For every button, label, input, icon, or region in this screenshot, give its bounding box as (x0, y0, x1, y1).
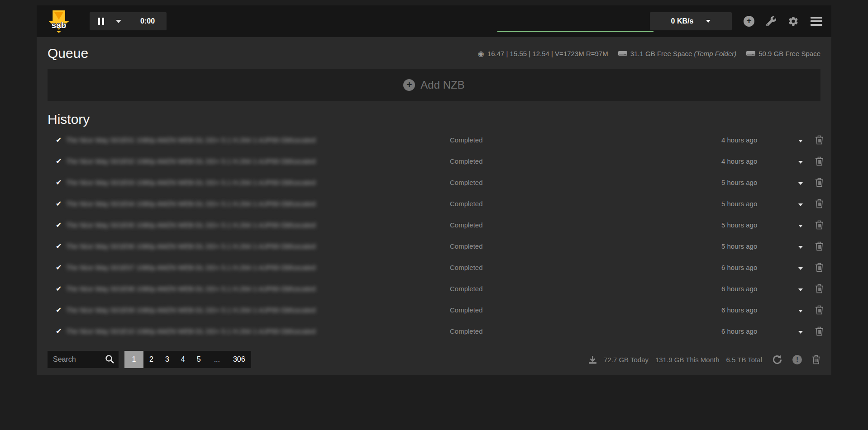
delete-row-button[interactable] (815, 178, 824, 187)
row-actions-dropdown[interactable] (798, 200, 807, 208)
queue-header: Queue ◉ 16.47 | 15.55 | 12.54 | V=1723M … (37, 43, 831, 63)
alert-circle-icon: ! (792, 355, 802, 364)
history-item-status: Completed (450, 136, 586, 144)
history-item-age: 4 hours ago (721, 157, 771, 165)
history-item-name[interactable]: The Nice Way S01E04 1080p AMZN WEB-DL DD… (66, 200, 358, 208)
check-icon: ✔ (56, 157, 66, 165)
history-item-status: Completed (450, 306, 586, 314)
gear-icon[interactable] (788, 16, 799, 27)
footer-stats: 72.7 GB Today 131.9 GB This Month 6.5 TB… (588, 354, 820, 365)
add-nzb-dropzone[interactable]: + Add NZB (48, 69, 820, 101)
row-actions-dropdown[interactable] (798, 242, 807, 250)
history-footer: 12345...306 72.7 GB Today 131.9 GB This … (37, 351, 831, 368)
delete-row-button[interactable] (815, 220, 824, 230)
delete-row-button[interactable] (815, 199, 824, 208)
delete-row-button[interactable] (815, 284, 824, 293)
target-icon: ◉ (478, 49, 484, 58)
speed-limit-dropdown[interactable]: 0 KB/s (650, 12, 732, 30)
alert-button[interactable]: ! (792, 355, 802, 364)
speed-value: 0 KB/s (671, 17, 694, 25)
history-item-name[interactable]: The Nice Way S01E01 1080p AMZN WEB-DL DD… (66, 136, 358, 144)
trash-icon (815, 305, 824, 315)
wrench-icon[interactable] (766, 16, 776, 26)
row-actions-dropdown[interactable] (798, 157, 807, 165)
pause-timer[interactable]: 0:00 (140, 17, 155, 25)
history-item-name[interactable]: The Nice Way S01E07 1080p AMZN WEB-DL DD… (66, 264, 358, 271)
add-nzb-icon-button[interactable]: + (744, 16, 754, 27)
check-icon: ✔ (56, 221, 66, 229)
history-row: ✔ The Nice Way S01E07 1080p AMZN WEB-DL … (37, 257, 831, 278)
history-item-age: 6 hours ago (721, 327, 771, 335)
pause-icon[interactable] (98, 18, 104, 25)
delete-row-button[interactable] (815, 305, 824, 315)
history-row: ✔ The Nice Way S01E05 1080p AMZN WEB-DL … (37, 214, 831, 236)
check-icon: ✔ (56, 327, 66, 335)
add-circle-icon: + (403, 79, 415, 91)
history-item-name[interactable]: The Nice Way S01E09 1080p AMZN WEB-DL DD… (66, 306, 358, 314)
delete-row-button[interactable] (815, 156, 824, 166)
history-row: ✔ The Nice Way S01E04 1080p AMZN WEB-DL … (37, 193, 831, 214)
hdd-icon (746, 50, 755, 57)
page-button-3[interactable]: 3 (159, 351, 175, 368)
pause-dropdown-caret-icon[interactable] (116, 20, 121, 23)
history-item-name[interactable]: The Nice Way S01E10 1080p AMZN WEB-DL DD… (66, 327, 358, 335)
row-actions-dropdown[interactable] (798, 179, 807, 186)
page-button-4[interactable]: 4 (175, 351, 191, 368)
row-actions-dropdown[interactable] (798, 306, 807, 314)
history-row: ✔ The Nice Way S01E06 1080p AMZN WEB-DL … (37, 236, 831, 257)
caret-down-icon (798, 246, 803, 249)
history-item-name[interactable]: The Nice Way S01E08 1080p AMZN WEB-DL DD… (66, 285, 358, 293)
top-navbar: sab 0:00 0 KB/s + (37, 5, 831, 37)
svg-text:sab: sab (52, 20, 66, 30)
history-item-name[interactable]: The Nice Way S01E02 1080p AMZN WEB-DL DD… (66, 157, 358, 165)
row-actions-dropdown[interactable] (798, 327, 807, 335)
delete-row-button[interactable] (815, 326, 824, 336)
hamburger-menu-icon[interactable] (811, 17, 822, 26)
page-button-5[interactable]: 5 (191, 351, 207, 368)
row-actions-dropdown[interactable] (798, 136, 807, 144)
check-icon: ✔ (56, 136, 66, 144)
check-icon: ✔ (56, 263, 66, 272)
history-list: ✔ The Nice Way S01E01 1080p AMZN WEB-DL … (37, 129, 831, 342)
history-item-name[interactable]: The Nice Way S01E05 1080p AMZN WEB-DL DD… (66, 221, 358, 229)
delete-row-button[interactable] (815, 241, 824, 251)
history-row: ✔ The Nice Way S01E01 1080p AMZN WEB-DL … (37, 129, 831, 151)
search-box (48, 351, 119, 368)
page-button-1[interactable]: 1 (124, 351, 143, 368)
sabnzbd-logo[interactable]: sab (48, 9, 70, 33)
search-icon[interactable] (105, 354, 114, 364)
history-row: ✔ The Nice Way S01E09 1080p AMZN WEB-DL … (37, 299, 831, 321)
delete-row-button[interactable] (815, 263, 824, 272)
history-item-age: 5 hours ago (721, 242, 771, 250)
speed-sparkline (497, 31, 653, 32)
add-nzb-label: Add NZB (420, 79, 464, 91)
row-actions-dropdown[interactable] (798, 221, 807, 229)
history-item-name[interactable]: The Nice Way S01E06 1080p AMZN WEB-DL DD… (66, 242, 358, 250)
history-title: History (48, 112, 90, 127)
history-item-status: Completed (450, 179, 586, 186)
row-actions-dropdown[interactable] (798, 264, 807, 271)
page-button-306[interactable]: 306 (227, 351, 251, 368)
page-button-2[interactable]: 2 (143, 351, 159, 368)
disk-free-text: 50.9 GB Free Space (758, 50, 820, 57)
refresh-button[interactable] (772, 354, 782, 365)
delete-row-button[interactable] (815, 135, 824, 145)
history-row: ✔ The Nice Way S01E02 1080p AMZN WEB-DL … (37, 151, 831, 172)
caret-down-icon (798, 331, 803, 334)
stat-month: 131.9 GB This Month (655, 356, 719, 364)
history-item-age: 6 hours ago (721, 306, 771, 314)
disk-free-space: 50.9 GB Free Space (746, 50, 820, 57)
trash-icon (815, 284, 824, 293)
history-item-age: 6 hours ago (721, 264, 771, 271)
temp-free-text: 31.1 GB Free Space (630, 50, 692, 57)
history-row: ✔ The Nice Way S01E03 1080p AMZN WEB-DL … (37, 172, 831, 193)
row-actions-dropdown[interactable] (798, 285, 807, 293)
purge-history-button[interactable] (812, 355, 820, 364)
queue-title: Queue (48, 46, 88, 61)
history-item-age: 6 hours ago (721, 285, 771, 293)
trash-icon (812, 355, 820, 364)
history-item-age: 5 hours ago (721, 200, 771, 208)
history-item-status: Completed (450, 327, 586, 335)
history-item-name[interactable]: The Nice Way S01E03 1080p AMZN WEB-DL DD… (66, 179, 358, 186)
stat-total: 6.5 TB Total (726, 356, 763, 364)
